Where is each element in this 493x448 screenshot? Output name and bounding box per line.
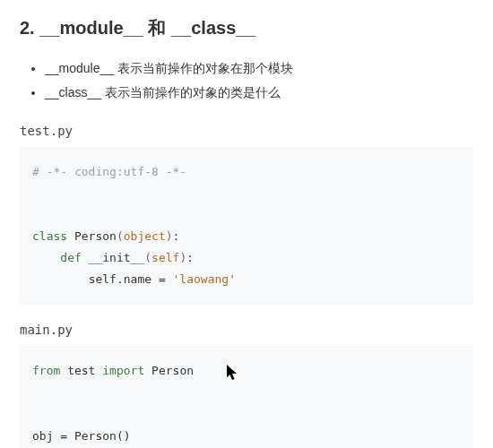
- filename-label: main.py: [20, 323, 473, 337]
- bullet-list: __module__ 表示当前操作的对象在那个模块 __class__ 表示当前…: [45, 56, 473, 104]
- code-body: self.name =: [89, 272, 173, 286]
- cursor-icon: [226, 364, 240, 382]
- code-line: obj = Person(): [32, 429, 131, 443]
- code-keyword: class: [32, 229, 67, 243]
- code-class-name: Person: [74, 229, 117, 243]
- code-module: test: [67, 364, 95, 377]
- code-keyword: from: [32, 364, 60, 377]
- code-string: 'laowang': [173, 272, 236, 286]
- code-keyword: import: [102, 364, 144, 377]
- code-arg: self: [151, 251, 179, 264]
- code-block-test: # -*- coding:utf-8 -*- class Person(obje…: [20, 147, 473, 305]
- code-func-name: __init__: [89, 251, 145, 264]
- list-item: __module__ 表示当前操作的对象在那个模块: [45, 56, 473, 81]
- list-item: __class__ 表示当前操作的对象的类是什么: [45, 81, 473, 105]
- section-heading: 2. __module__ 和 __class__: [20, 16, 473, 40]
- code-paren: (: [144, 251, 151, 264]
- filename-label: test.py: [20, 124, 473, 138]
- code-paren: ): [166, 229, 173, 243]
- code-paren: (: [117, 229, 124, 243]
- code-block-main: from test import Person obj = Person() p…: [20, 346, 473, 448]
- code-comment: # -*- coding:utf-8 -*-: [32, 165, 186, 178]
- code-builtin: object: [124, 229, 166, 243]
- code-symbol: Person: [151, 364, 194, 377]
- code-paren: ): [179, 251, 186, 264]
- code-keyword: def: [60, 251, 81, 264]
